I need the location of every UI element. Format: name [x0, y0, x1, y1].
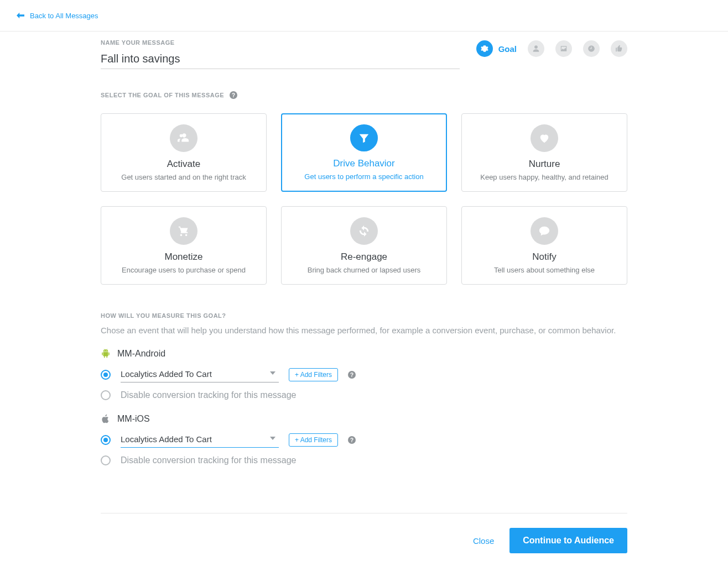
- refresh-icon: [358, 225, 370, 237]
- goal-notify-title: Notify: [532, 251, 556, 263]
- android-event-value: Localytics Added To Cart: [121, 367, 279, 382]
- goal-nurture-desc: Keep users happy, healthy, and retained: [480, 173, 609, 181]
- platform-ios-name: MM-iOS: [117, 414, 150, 424]
- measure-hint-text: Chose an event that will help you unders…: [101, 326, 627, 335]
- goal-drive-title: Drive Behavior: [333, 158, 395, 169]
- measure-goal-label: HOW WILL YOU MEASURE THIS GOAL?: [101, 312, 226, 319]
- back-to-messages-link[interactable]: Back to All Messages: [17, 12, 98, 20]
- select-goal-label: SELECT THE GOAL OF THIS MESSAGE: [101, 92, 224, 98]
- android-icon: [101, 348, 111, 359]
- thumb-up-icon: [615, 45, 623, 53]
- help-icon[interactable]: ?: [348, 371, 356, 379]
- platform-android-name: MM-Android: [117, 349, 165, 359]
- step-audience[interactable]: [528, 40, 544, 57]
- step-goal[interactable]: Goal: [476, 40, 517, 57]
- android-event-select[interactable]: Localytics Added To Cart: [121, 367, 279, 382]
- users-icon: [178, 132, 190, 144]
- step-confirm[interactable]: [611, 40, 627, 57]
- funnel-icon: [358, 132, 370, 144]
- goal-monetize-desc: Encourage users to purchase or spend: [122, 266, 246, 274]
- goal-card-notify[interactable]: Notify Tell users about something else: [461, 206, 627, 285]
- android-add-filters-button[interactable]: + Add Filters: [289, 368, 338, 381]
- arrow-left-icon: [17, 12, 24, 19]
- step-creative[interactable]: [555, 40, 572, 57]
- message-name-input[interactable]: [101, 49, 460, 69]
- cart-icon: [178, 225, 190, 237]
- goal-notify-desc: Tell users about something else: [494, 266, 595, 274]
- ios-event-value: Localytics Added To Cart: [121, 432, 279, 448]
- back-link-label: Back to All Messages: [30, 12, 98, 20]
- android-disable-label: Disable conversion tracking for this mes…: [121, 390, 296, 400]
- continue-button[interactable]: Continue to Audience: [509, 528, 627, 553]
- gear-icon: [481, 45, 488, 53]
- apple-icon: [101, 413, 111, 424]
- android-event-radio[interactable]: [101, 370, 111, 380]
- chat-icon: [538, 225, 550, 237]
- help-icon[interactable]: ?: [348, 436, 356, 444]
- ios-event-select[interactable]: Localytics Added To Cart: [121, 432, 279, 448]
- goal-drive-desc: Get users to perform a specific action: [304, 172, 423, 181]
- platform-android: MM-Android Localytics Added To Cart + Ad…: [101, 348, 627, 400]
- goal-card-nurture[interactable]: Nurture Keep users happy, healthy, and r…: [461, 113, 627, 192]
- goal-nurture-title: Nurture: [529, 159, 560, 170]
- ios-add-filters-button[interactable]: + Add Filters: [289, 433, 338, 447]
- goal-card-activate[interactable]: Activate Get users started and on the ri…: [101, 113, 267, 192]
- ios-disable-label: Disable conversion tracking for this mes…: [121, 455, 296, 465]
- platform-ios: MM-iOS Localytics Added To Cart + Add Fi…: [101, 413, 627, 465]
- clock-icon: [587, 45, 595, 53]
- goal-card-monetize[interactable]: Monetize Encourage users to purchase or …: [101, 206, 267, 285]
- step-goal-label: Goal: [498, 44, 517, 54]
- name-message-label: NAME YOUR MESSAGE: [101, 39, 460, 46]
- goal-card-reengage[interactable]: Re-engage Bring back churned or lapsed u…: [281, 206, 447, 285]
- android-disable-radio[interactable]: [101, 390, 111, 400]
- wizard-steps: Goal: [460, 39, 627, 57]
- goal-activate-title: Activate: [167, 159, 200, 170]
- goal-activate-desc: Get users started and on the right track: [121, 173, 246, 181]
- goal-monetize-title: Monetize: [165, 251, 203, 263]
- image-icon: [560, 45, 568, 53]
- help-icon[interactable]: ?: [230, 91, 237, 99]
- ios-disable-radio[interactable]: [101, 455, 111, 465]
- step-schedule[interactable]: [583, 40, 600, 57]
- close-link[interactable]: Close: [473, 536, 494, 546]
- goal-card-drive-behavior[interactable]: Drive Behavior Get users to perform a sp…: [281, 113, 447, 192]
- user-icon: [532, 45, 540, 53]
- goal-reengage-desc: Bring back churned or lapsed users: [308, 266, 421, 274]
- heart-icon: [538, 132, 550, 144]
- goal-reengage-title: Re-engage: [341, 251, 387, 263]
- ios-event-radio[interactable]: [101, 435, 111, 445]
